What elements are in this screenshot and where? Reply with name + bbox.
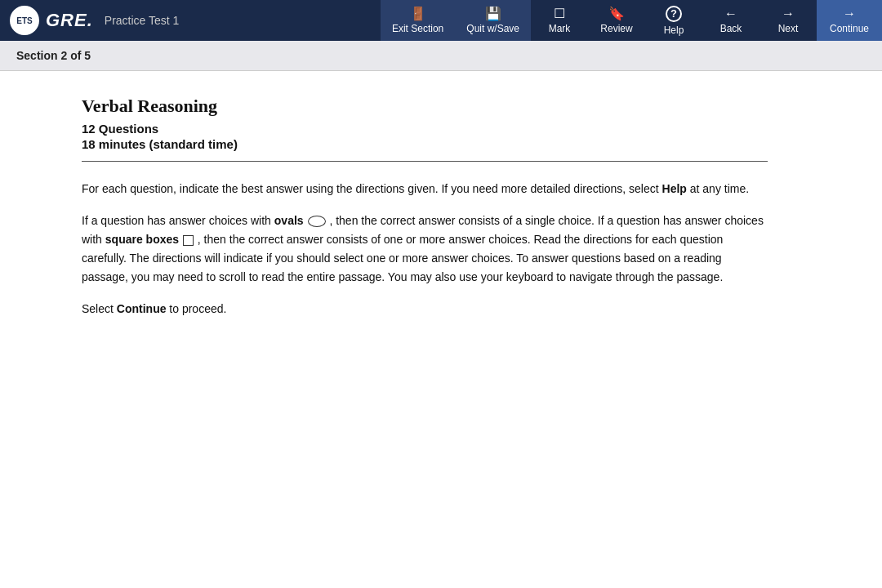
help-word: Help: [662, 182, 687, 195]
review-button[interactable]: 🔖 Review: [588, 0, 645, 41]
mark-label: Mark: [549, 23, 571, 34]
help-icon: ?: [666, 6, 682, 22]
continue-word: Continue: [117, 302, 167, 315]
quit-save-label: Quit w/Save: [466, 23, 519, 34]
gre-logo: GRE.: [46, 10, 93, 31]
back-icon: ←: [724, 7, 737, 20]
quit-save-button[interactable]: 💾 Quit w/Save: [455, 0, 531, 41]
review-icon: 🔖: [608, 7, 625, 20]
mark-button[interactable]: ☐ Mark: [531, 0, 588, 41]
exit-icon: 🚪: [410, 7, 426, 20]
questions-count: 12 Questions: [82, 122, 768, 136]
section-divider: [82, 161, 768, 162]
nav-buttons: 🚪 Exit Section 💾 Quit w/Save ☐ Mark 🔖 Re…: [381, 0, 882, 41]
next-icon: →: [782, 7, 795, 20]
header: ETS GRE. Practice Test 1 🚪 Exit Section …: [0, 0, 882, 41]
para3-end: to proceed.: [169, 302, 226, 315]
help-button[interactable]: ? Help: [645, 0, 702, 41]
para3-start: Select: [82, 302, 114, 315]
back-label: Back: [720, 23, 742, 34]
exit-section-label: Exit Section: [392, 23, 443, 34]
save-icon: 💾: [485, 7, 501, 20]
review-label: Review: [600, 23, 632, 34]
para1-start: For each question, indicate the best ans…: [82, 182, 659, 195]
next-button[interactable]: → Next: [760, 0, 817, 41]
continue-label: Continue: [830, 23, 869, 34]
exit-section-button[interactable]: 🚪 Exit Section: [381, 0, 455, 41]
logo-area: ETS GRE. Practice Test 1: [0, 0, 189, 41]
paragraph-3: Select Continue to proceed.: [82, 300, 768, 318]
oval-icon: [308, 216, 326, 227]
help-label: Help: [664, 24, 684, 36]
section-label: Section 2 of 5: [16, 49, 91, 62]
continue-button[interactable]: → Continue: [817, 0, 882, 41]
square-word: square boxes: [105, 233, 179, 246]
main-content: Verbal Reasoning 12 Questions 18 minutes…: [0, 71, 817, 365]
time-allotment: 18 minutes (standard time): [82, 137, 768, 151]
section-title: Verbal Reasoning: [82, 96, 768, 117]
ets-logo: ETS: [10, 6, 39, 35]
paragraph-1: For each question, indicate the best ans…: [82, 180, 768, 198]
para2-start: If a question has answer choices with: [82, 214, 271, 227]
next-label: Next: [778, 23, 799, 34]
paragraph-2: If a question has answer choices with ov…: [82, 212, 768, 287]
continue-icon: →: [843, 7, 856, 20]
test-title: Practice Test 1: [105, 14, 180, 27]
instructions: For each question, indicate the best ans…: [82, 180, 768, 319]
section-bar: Section 2 of 5: [0, 41, 882, 71]
back-button[interactable]: ← Back: [702, 0, 760, 41]
para1-end: at any time.: [690, 182, 749, 195]
square-icon: [183, 235, 194, 246]
mark-icon: ☐: [554, 7, 565, 20]
ovals-word: ovals: [274, 214, 304, 227]
